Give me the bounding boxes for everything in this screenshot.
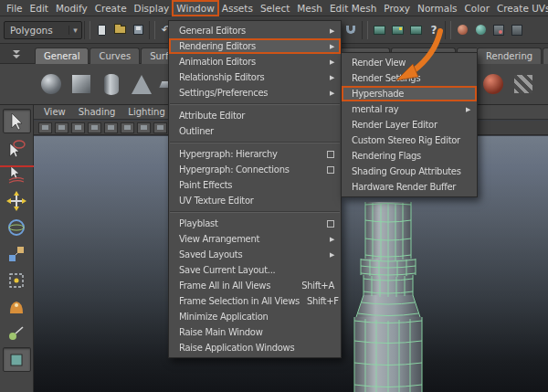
grid-toggle-icon[interactable] [88, 122, 101, 133]
menubar-item-edit-mesh[interactable]: Edit Mesh [326, 1, 380, 16]
menu-item-animation-editors[interactable]: Animation Editors ▶ [169, 54, 341, 69]
submenu-item-mental-ray[interactable]: mental ray ▶ [342, 101, 477, 117]
menubar-item-assets[interactable]: Assets [218, 1, 257, 16]
menubar-item-create-uvs[interactable]: Create UVs [493, 1, 548, 16]
polygon-cylinder-button[interactable] [97, 68, 125, 101]
lasso-tool-button[interactable] [3, 135, 31, 160]
safe-action-icon[interactable] [153, 122, 167, 133]
toon-shader-button[interactable] [471, 21, 490, 39]
move-tool-button[interactable] [3, 188, 31, 213]
option-box-icon[interactable] [327, 220, 334, 228]
submenu-item-hardware-render-buffer[interactable]: Hardware Render Buffer [342, 179, 477, 195]
render-view-button[interactable] [370, 21, 388, 39]
show-manipulator-button[interactable] [3, 321, 31, 345]
menu-item-uv-texture-editor[interactable]: UV Texture Editor [169, 193, 341, 208]
bookmark-icon[interactable] [55, 122, 68, 133]
shelf-tab-painteffects[interactable]: PaintEffects [543, 48, 548, 64]
menu-item-view-arrangement[interactable]: View Arrangement ▶ [169, 231, 341, 247]
menubar-item-create[interactable]: Create [91, 1, 131, 16]
snap-to-plane-button[interactable] [342, 21, 360, 39]
polygon-sphere-button[interactable] [37, 68, 65, 101]
shelf-tab-general[interactable]: General [35, 48, 89, 64]
menubar-item-edit[interactable]: Edit [26, 1, 52, 16]
menu-item-paint-effects[interactable]: Paint Effects [169, 177, 341, 193]
menubar-item-window[interactable]: Window [173, 1, 217, 16]
menu-item-hypergraph-connections[interactable]: Hypergraph: Connections [169, 162, 341, 177]
rotate-circle-icon [6, 217, 26, 238]
resolution-gate-icon[interactable] [121, 122, 134, 133]
cylinder-column-object[interactable] [342, 202, 429, 392]
film-gate-icon[interactable] [104, 122, 118, 133]
submenu-item-render-settings[interactable]: Render Settings [342, 70, 477, 86]
option-box-icon[interactable] [327, 151, 334, 158]
menubar-item-display[interactable]: Display [131, 1, 174, 16]
submenu-item-custom-stereo-rig-editor[interactable]: Custom Stereo Rig Editor [342, 132, 477, 148]
toolbar-separator [84, 21, 90, 39]
menuset-dropdown[interactable]: Polygons ▾ [4, 21, 82, 39]
ipr-render-button[interactable] [388, 21, 406, 39]
menu-item-rendering-editors[interactable]: Rendering Editors ▶ [169, 38, 341, 54]
menu-item-settings-preferences[interactable]: Settings/Preferences ▶ [169, 85, 341, 101]
menu-item-label: Relationship Editors [179, 72, 264, 82]
menubar-item-select[interactable]: Select [257, 1, 293, 16]
save-scene-button[interactable] [129, 21, 147, 39]
option-box-icon[interactable] [327, 166, 334, 174]
render-settings-button[interactable] [406, 21, 425, 39]
menubar-item-file[interactable]: File [3, 1, 26, 16]
hypershade-toolbar-button[interactable] [490, 21, 508, 39]
menu-item-raise-application-windows[interactable]: Raise Application Windows [169, 340, 341, 355]
menu-item-save-current-layout[interactable]: Save Current Layout... [169, 262, 341, 278]
last-tool-button[interactable] [3, 347, 31, 372]
menu-item-minimize-application[interactable]: Minimize Application [169, 309, 341, 324]
menu-item-attribute-editor[interactable]: Attribute Editor [169, 108, 341, 123]
menubar-item-modify[interactable]: Modify [52, 1, 91, 16]
panel-menu-lighting[interactable]: Lighting [122, 107, 170, 117]
rotate-tool-button[interactable] [3, 215, 31, 239]
menubar-item-proxy[interactable]: Proxy [380, 1, 414, 16]
help-button[interactable]: ? [425, 21, 443, 39]
maya-main-window: File Edit Modify Create Display Window A… [0, 0, 548, 392]
paint-effects-button[interactable] [453, 21, 471, 39]
menu-item-label: Custom Stereo Rig Editor [352, 135, 460, 145]
submenu-item-hypershade[interactable]: Hypershade [342, 86, 477, 101]
open-scene-button[interactable] [111, 21, 129, 39]
menu-item-saved-layouts[interactable]: Saved Layouts ▶ [169, 247, 341, 262]
submenu-item-render-view[interactable]: Render View [342, 55, 477, 70]
shader-ball-button[interactable] [479, 68, 507, 101]
menu-item-general-editors[interactable]: General Editors ▶ [169, 23, 341, 38]
submenu-item-rendering-flags[interactable]: Rendering Flags [342, 148, 477, 164]
new-scene-button[interactable] [92, 21, 111, 39]
menu-item-label: Minimize Application [179, 312, 269, 322]
submenu-item-render-layer-editor[interactable]: Render Layer Editor [342, 117, 477, 132]
camera-attrs-icon[interactable] [38, 122, 52, 133]
menubar-item-color[interactable]: Color [461, 1, 493, 16]
universal-manipulator-button[interactable] [3, 268, 31, 292]
paint-select-tool-button[interactable] [3, 162, 31, 186]
gate-mask-icon[interactable] [137, 122, 151, 133]
submenu-item-shading-group-attributes[interactable]: Shading Group Attributes [342, 164, 477, 179]
shelf-tab-selector[interactable] [2, 47, 31, 61]
menu-item-raise-main-window[interactable]: Raise Main Window [169, 324, 341, 340]
menu-item-playblast[interactable]: Playblast [169, 216, 341, 231]
shelf-tab-rendering[interactable]: Rendering [477, 48, 542, 64]
menu-item-label: mental ray [352, 104, 398, 114]
checker-texture-button[interactable] [509, 68, 537, 101]
menu-item-frame-all-in-all-views[interactable]: Frame All in All Views Shift+A [169, 278, 341, 293]
menu-item-relationship-editors[interactable]: Relationship Editors ▶ [169, 69, 341, 85]
menu-item-hypergraph-hierarchy[interactable]: Hypergraph: Hierarchy [169, 146, 341, 162]
scale-tool-button[interactable] [3, 241, 31, 266]
menubar-item-normals[interactable]: Normals [414, 1, 460, 16]
soft-modification-tool-button[interactable] [3, 294, 31, 319]
polygon-cone-button[interactable] [127, 68, 155, 101]
panel-menu-shading[interactable]: Shading [73, 107, 121, 117]
menu-item-frame-selection-in-all-views[interactable]: Frame Selection in All Views Shift+F [169, 293, 341, 309]
menu-item-label: General Editors [179, 26, 246, 36]
outliner-toolbar-button[interactable] [508, 21, 526, 39]
menubar-item-mesh[interactable]: Mesh [293, 1, 326, 16]
panel-menu-view[interactable]: View [38, 107, 71, 117]
select-tool-button[interactable] [3, 109, 31, 133]
menu-item-outliner[interactable]: Outliner [169, 123, 341, 139]
polygon-cube-button[interactable] [67, 68, 95, 101]
shelf-tab-curves[interactable]: Curves [90, 48, 140, 64]
image-plane-icon[interactable] [71, 122, 85, 133]
